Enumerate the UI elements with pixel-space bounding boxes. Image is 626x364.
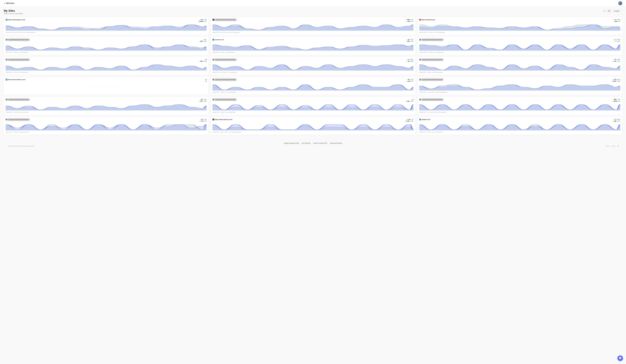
site-card[interactable]: ? ██████████████████████ ✦ 6 ◎ 2.8k +18% xyxy=(211,97,416,115)
clicks-icon: ✦ xyxy=(411,99,412,100)
footer-right-link[interactable]: Privacy xyxy=(611,145,616,147)
clicks-icon: ✦ xyxy=(406,59,407,60)
site-metrics: ✦ 3k +10% ◎ 109.6k +9% xyxy=(197,19,207,22)
clicks-icon: ✦ xyxy=(199,119,201,120)
site-metrics: ✦ 6 ◎ 2.8k +18% xyxy=(405,99,414,102)
site-favicon: ? xyxy=(6,119,7,120)
footer-right-link[interactable]: Terms xyxy=(606,145,610,147)
period-label: 1 month xyxy=(613,10,619,12)
view-toggle-button[interactable] xyxy=(607,9,611,13)
impressions-change: +9% xyxy=(411,81,414,82)
impressions-value: 6.8k xyxy=(408,21,410,22)
site-card[interactable]: ? ██████████████████████ ✦ 8 ◎ 299 +30% xyxy=(4,57,209,75)
impressions-icon: ◎ xyxy=(406,21,407,22)
impressions-value: 299 xyxy=(200,60,203,62)
footer-link[interactable]: Search Console GPT xyxy=(313,142,327,144)
clicks-value: 1.1k xyxy=(408,119,410,120)
user-avatar[interactable] xyxy=(618,1,622,5)
site-card[interactable]: ? ██████████████████████ ✦ 1 +100% ◎ 7 +… xyxy=(417,37,622,55)
site-favicon: ↺ xyxy=(419,79,421,81)
eye-icon xyxy=(608,10,610,12)
impressions-value: 28.3k xyxy=(614,100,617,102)
site-card[interactable]: ? ██████████████████████ ✦ 2 +200% ◎ 59 … xyxy=(211,57,416,75)
sparkline-chart xyxy=(6,63,207,71)
site-favicon: ? xyxy=(212,59,214,60)
site-url: ? ██████████████████████ xyxy=(212,99,236,100)
site-favicon: ▶ xyxy=(212,19,214,21)
site-card[interactable]: ? ██████████████████████ ✦ 44 +31% ◎ 2.4… xyxy=(211,77,416,95)
site-card[interactable]: ? ██████████████████████ ✦ 75 +26% ◎ 1.7… xyxy=(417,57,622,75)
impressions-icon: ◎ xyxy=(613,21,614,22)
footer-link[interactable]: Link Extractor xyxy=(302,142,311,144)
site-url-text: https://tools.bitdoze.com/ xyxy=(8,79,25,80)
clicks-metric: ✦ 44 +31% xyxy=(406,79,414,80)
site-favicon: ? xyxy=(6,59,7,60)
card-header: ? ██████████████████████ ✦ 75 +26% ◎ 1.7… xyxy=(419,59,620,62)
sparkline-chart xyxy=(212,43,414,51)
site-metrics: ✦ 44 +31% ◎ 2.4k +9% xyxy=(406,79,414,82)
site-card[interactable]: w webdoze.net ✦ 5 +500% ◎ 258 +11% xyxy=(417,117,622,135)
clicks-change: +70% xyxy=(203,119,207,120)
clicks-icon: ✦ xyxy=(406,79,407,80)
impressions-change: +9% xyxy=(204,21,207,22)
card-header: T https://toolhunt.net/ ✦ 3 +100% ◎ 284 … xyxy=(419,19,620,22)
impressions-change: +6% xyxy=(411,21,414,22)
clicks-metric: ✦ 13 +70% xyxy=(199,119,207,120)
clicks-metric: ✦ 8 xyxy=(204,59,207,60)
impressions-change: +30% xyxy=(203,60,207,62)
refresh-button[interactable] xyxy=(603,9,606,13)
impressions-value: 299 xyxy=(200,40,203,42)
brand-logo[interactable]: ✦ SEO Gets xyxy=(4,2,14,4)
clicks-metric: ✦ 8 + xyxy=(203,39,207,40)
clicks-change: +200% xyxy=(409,59,414,60)
card-header: ? ██████████████████████ ✦ 13 +70% ◎ 1.7… xyxy=(6,119,207,122)
site-card[interactable]: ↺ ██████████████████████ ✦ 274 +49% ◎ 15… xyxy=(417,77,622,95)
sparkline-chart xyxy=(212,123,414,130)
site-metrics: ✦ 5 +500% ◎ 258 +11% xyxy=(612,119,620,122)
footer-link[interactable]: Keyword Extractor xyxy=(330,142,342,144)
site-card[interactable]: ● carrdme.com ✦ 12 +29% ◎ 158 +22% xyxy=(211,37,416,55)
clicks-change: + xyxy=(206,39,207,40)
chart-area xyxy=(212,23,414,31)
site-card[interactable]: ? ██████████████████████ ✦ 13 +70% ◎ 1.7… xyxy=(4,117,209,135)
chart-footer: Friday, Feb 9 · 0 (-1) clicks · 1 (-2) i… xyxy=(212,72,414,73)
sparkline-chart xyxy=(6,103,207,111)
sparkline-chart xyxy=(419,83,620,90)
chart-area xyxy=(6,103,207,111)
clicks-value: 75 xyxy=(615,59,616,60)
site-url: ? ██████████████████████ xyxy=(6,119,29,120)
site-url: ? ██████████████████████ xyxy=(419,99,443,100)
site-url: w webdoze.net xyxy=(419,119,430,120)
chart-area xyxy=(6,63,207,71)
site-favicon: W xyxy=(212,119,214,120)
card-header: B https://tools.bitdoze.com/ ✦ 0 ◎ 0 xyxy=(6,79,207,82)
site-card[interactable]: T https://toolhunt.net/ ✦ 3 +100% ◎ 284 … xyxy=(417,17,622,35)
site-favicon: ● xyxy=(212,39,214,40)
impressions-icon: ◎ xyxy=(406,81,407,82)
period-selector[interactable]: 1 month xyxy=(612,9,622,13)
site-card[interactable]: ? ██████████████████████ ✦ 26 +76% ◎ 3.7… xyxy=(4,97,209,115)
chart-footer: Friday, Feb 9 · 0 clicks · 8 (+2) impres… xyxy=(6,52,207,53)
impressions-value: 109.6k xyxy=(199,21,203,22)
twitter-x-icon[interactable]: 𝕏 xyxy=(617,145,619,147)
site-url: ? ██████████████████████ xyxy=(6,99,29,100)
site-url: ? ██████████████████████ xyxy=(419,39,443,40)
site-url: ▶ ██████████████████████ xyxy=(212,19,236,21)
site-favicon: T xyxy=(419,19,421,21)
site-card[interactable]: ? ██████████████████████ ✦ 8 + ◎ 299 +30… xyxy=(4,37,209,55)
sparkline-chart xyxy=(419,63,620,71)
card-header: ? ██████████████████████ ✦ 1 +100% ◎ 7 +… xyxy=(419,39,620,42)
clicks-metric: ✦ 26 +76% xyxy=(199,99,207,100)
impressions-change: +25% xyxy=(617,81,620,82)
site-card[interactable]: ? ██████████████████████ ✦ 999 +12% ◎ 28… xyxy=(417,97,622,115)
site-card[interactable]: ▶ ██████████████████████ ✦ 598 +21% ◎ 6.… xyxy=(211,17,416,35)
clicks-value: 8 xyxy=(205,39,205,40)
impressions-value: 15.5k xyxy=(613,81,616,82)
footer-link[interactable]: Google Indexing Script xyxy=(284,142,299,144)
site-card[interactable]: W https://www.wpdoze.com/ ✦ 1.1k +2% ◎ 7… xyxy=(211,117,416,135)
sparkline-chart xyxy=(212,103,414,111)
site-favicon: ? xyxy=(419,59,421,60)
site-card[interactable]: B https://www.bitdoze.com/ ✦ 3k +10% ◎ 1… xyxy=(4,17,209,35)
impressions-icon: ◎ xyxy=(198,101,199,102)
site-card[interactable]: B https://tools.bitdoze.com/ ✦ 0 ◎ 0 xyxy=(4,77,209,95)
